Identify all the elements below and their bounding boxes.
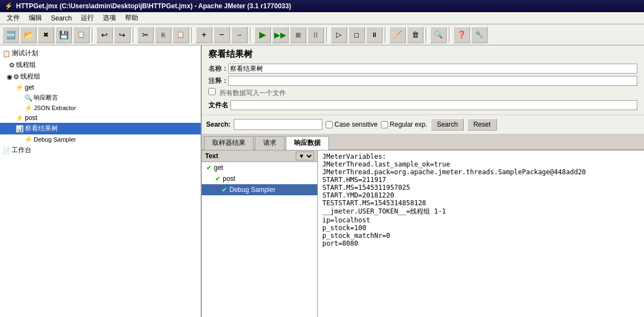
results-area: 取样器结果 请求 响应数据 Text ▼ ✔ get [202, 134, 644, 317]
post-icon: ⚡ [15, 114, 24, 122]
file-row: 文件名 [208, 100, 637, 110]
right-panel: 察看结果树 名称： 注释： 所有数据写入一个文件 文件名 Search: [202, 45, 644, 317]
list-item-debug-label: Debug Sampler [229, 186, 275, 194]
tab-sampler-result[interactable]: 取样器结果 [204, 136, 254, 150]
title-bar: ⚡ HTTPGet.jmx (C:\Users\admin\Desktop\jB… [0, 0, 644, 12]
write-all-label: 所有数据写入一个文件 [219, 89, 286, 97]
debug-status-icon: ✔ [222, 186, 227, 194]
comment-label: 注释： [208, 76, 228, 86]
open-button[interactable]: 📂 [20, 27, 36, 43]
tree-item-label: post [25, 114, 38, 122]
list-item-get-label: get [214, 164, 223, 172]
list-header: Text ▼ [202, 150, 317, 162]
list-item-get[interactable]: ✔ get [202, 162, 317, 173]
list-panel: Text ▼ ✔ get ✔ post [202, 150, 318, 317]
undo-button[interactable]: ↩ [96, 27, 113, 43]
reset-button[interactable]: Reset [467, 118, 496, 131]
content-split: Text ▼ ✔ get ✔ post [202, 150, 644, 317]
file-label: 文件名 [208, 101, 228, 110]
name-input[interactable] [228, 64, 637, 74]
regular-exp-label: Regular exp. [381, 121, 427, 128]
tree-item-thread-group2[interactable]: ◉ ⚙ 线程组 [0, 71, 201, 82]
new-button[interactable]: 🆕 [2, 27, 19, 43]
name-row: 名称： [208, 64, 637, 74]
tree-item-label: get [25, 84, 34, 91]
response-text-panel: JMeterVariables: JMeterThread.last_sampl… [318, 150, 644, 317]
view-results-icon: 📊 [15, 125, 24, 133]
tree-item-thread-group1[interactable]: ⚙ 线程组 [0, 59, 201, 71]
remote-button[interactable]: ↔ [231, 27, 248, 43]
list-dropdown[interactable]: ▼ [296, 152, 314, 160]
name-label: 名称： [208, 64, 228, 74]
clear-button[interactable]: 🧹 [389, 27, 406, 43]
test-plan-icon: 📋 [2, 50, 11, 58]
case-sensitive-checkbox[interactable] [326, 121, 333, 128]
write-all-checkbox[interactable] [208, 88, 216, 95]
tree-item-test-plan[interactable]: 📋 测试计划 [0, 48, 201, 59]
tree-item-json-extractor[interactable]: ⚡ JSON Extractor [0, 103, 201, 113]
start-button[interactable]: ▶ [254, 27, 271, 43]
list-item-debug[interactable]: ✔ Debug Sampler → [202, 184, 317, 195]
thread-group2-icon: ⚙ [13, 73, 19, 81]
search-button[interactable]: Search [431, 118, 464, 131]
tree-item-post[interactable]: ⚡ post [0, 113, 201, 123]
remote-start-button[interactable]: ▷ [331, 27, 347, 43]
tree-item-workbench[interactable]: 📄 工作台 [0, 144, 201, 156]
separator-1 [92, 27, 94, 43]
comment-row: 注释： [208, 76, 637, 86]
expand-icon: ◉ [7, 73, 12, 81]
menu-help[interactable]: 帮助 [121, 12, 143, 24]
copy-button[interactable]: ⎘ [155, 27, 171, 43]
workbench-label: 工作台 [12, 145, 32, 155]
stop-button[interactable]: ⏹ [290, 27, 306, 43]
separator-8 [449, 27, 451, 43]
tree-item-label: 响应断言 [34, 93, 58, 102]
menu-bar: 文件 编辑 Search 运行 选项 帮助 [0, 12, 644, 24]
tree-item-debug-sampler[interactable]: ⚡ Debug Sampler [0, 134, 201, 144]
tree-panel: 📋 测试计划 ⚙ 线程组 ◉ ⚙ 线程组 ⚡ get 🔍 响应断言 ⚡ JSON… [0, 45, 202, 317]
tree-item-label: 测试计划 [12, 49, 38, 58]
remote-shutdown-button[interactable]: ⏸ [366, 27, 383, 43]
separator-4 [250, 27, 252, 43]
remote-stop-button[interactable]: ◻ [348, 27, 365, 43]
remote-mgr-button[interactable]: 🔧 [471, 27, 488, 43]
separator-2 [133, 27, 135, 43]
close-button[interactable]: ✖ [38, 27, 54, 43]
separator-7 [426, 27, 428, 43]
menu-edit[interactable]: 编辑 [24, 12, 46, 24]
expand-button[interactable]: + [196, 27, 212, 43]
file-input[interactable] [231, 100, 637, 110]
shutdown-button[interactable]: ⏸ [307, 27, 324, 43]
tree-item-label: 线程组 [20, 72, 40, 81]
redo-button[interactable]: ↪ [114, 27, 130, 43]
menu-search[interactable]: Search [46, 13, 76, 23]
debug-sampler-icon: ⚡ [24, 136, 33, 143]
menu-options[interactable]: 选项 [98, 12, 121, 24]
tab-response-data[interactable]: 响应数据 [286, 136, 329, 150]
tab-request[interactable]: 请求 [255, 136, 285, 150]
tree-item-view-results[interactable]: 📊 察看结果树 [0, 123, 201, 134]
paste-button[interactable]: 📋 [172, 27, 189, 43]
separator-6 [385, 27, 387, 43]
tree-item-label: 线程组 [16, 60, 36, 70]
save-button[interactable]: 💾 [55, 27, 72, 43]
menu-file[interactable]: 文件 [2, 12, 24, 24]
comment-input[interactable] [228, 76, 637, 86]
search-toolbar-button[interactable]: 🔍 [430, 27, 447, 43]
separator-5 [326, 27, 328, 43]
cut-button[interactable]: ✂ [137, 27, 154, 43]
search-input[interactable] [234, 119, 322, 130]
app-icon: ⚡ [4, 2, 13, 10]
tree-item-get[interactable]: ⚡ get [0, 82, 201, 92]
list-item-post[interactable]: ✔ post [202, 173, 317, 184]
tree-item-label: 察看结果树 [25, 124, 58, 133]
tree-item-assertion[interactable]: 🔍 响应断言 [0, 92, 201, 103]
start-no-pause-button[interactable]: ▶▶ [272, 27, 289, 43]
save-as-button[interactable]: 📋 [73, 27, 90, 43]
clear-all-button[interactable]: 🗑 [407, 27, 423, 43]
panel-title: 察看结果树 [208, 49, 637, 60]
menu-run[interactable]: 运行 [76, 12, 98, 24]
collapse-button[interactable]: − [213, 27, 230, 43]
help-button[interactable]: ❓ [453, 27, 470, 43]
regular-exp-checkbox[interactable] [381, 121, 388, 128]
